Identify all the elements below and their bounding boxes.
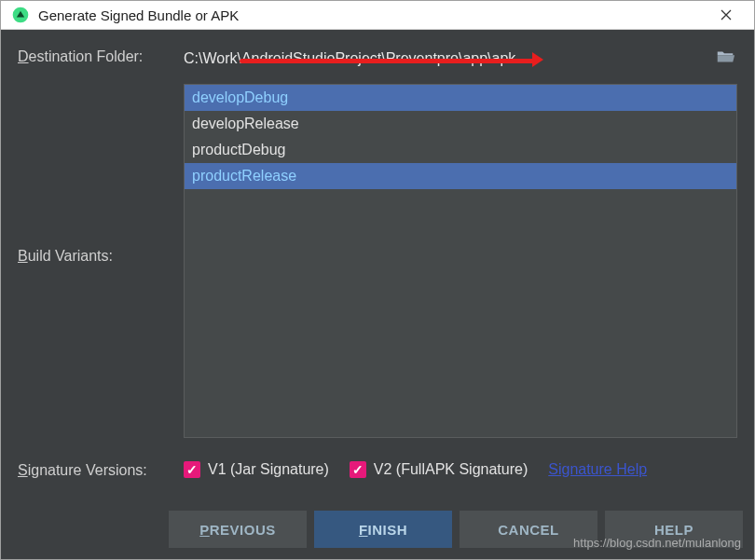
destination-path-cell: C:\Work\AndroidStudioProject\Preventpro\… xyxy=(184,47,737,71)
dialog-body: Destination Folder: C:\Work\AndroidStudi… xyxy=(1,30,754,501)
v2-full-apk-signature-checkbox[interactable]: ✓ V2 (Full APK Signature) xyxy=(350,461,528,478)
signature-help-link[interactable]: Signature Help xyxy=(548,461,647,478)
signature-versions-row: Signature Versions: ✓ V1 (Jar Signature)… xyxy=(18,460,737,479)
previous-button[interactable]: PREVIOUS xyxy=(169,511,307,548)
signature-versions-label: Signature Versions: xyxy=(18,460,184,479)
folder-open-icon[interactable] xyxy=(715,47,737,71)
build-variants-listbox[interactable]: developDebugdevelopReleaseproductDebugpr… xyxy=(184,84,737,438)
destination-label: Destination Folder: xyxy=(18,47,184,65)
help-button[interactable]: HELP xyxy=(605,511,743,548)
v1-jar-signature-checkbox[interactable]: ✓ V1 (Jar Signature) xyxy=(184,461,329,478)
window-title: Generate Signed Bundle or APK xyxy=(38,7,707,23)
list-item[interactable]: productDebug xyxy=(185,137,736,163)
android-studio-logo-icon xyxy=(10,5,31,25)
finish-button[interactable]: FINISH xyxy=(314,511,452,548)
close-icon[interactable] xyxy=(707,7,745,23)
check-icon: ✓ xyxy=(350,461,366,478)
build-variants-label: Build Variants: xyxy=(18,84,184,265)
list-item[interactable]: developDebug xyxy=(185,85,736,111)
check-icon: ✓ xyxy=(184,461,200,478)
destination-path[interactable]: C:\Work\AndroidStudioProject\Preventpro\… xyxy=(184,50,715,67)
build-variants-row: Build Variants: developDebugdevelopRelea… xyxy=(18,84,737,438)
list-item[interactable]: developRelease xyxy=(185,111,736,137)
titlebar: Generate Signed Bundle or APK xyxy=(1,1,754,30)
button-bar: PREVIOUS FINISH CANCEL HELP xyxy=(1,501,754,559)
dialog-window: Generate Signed Bundle or APK Destinatio… xyxy=(0,0,755,560)
cancel-button[interactable]: CANCEL xyxy=(460,511,597,548)
list-item[interactable]: productRelease xyxy=(185,163,736,189)
destination-row: Destination Folder: C:\Work\AndroidStudi… xyxy=(18,47,737,71)
